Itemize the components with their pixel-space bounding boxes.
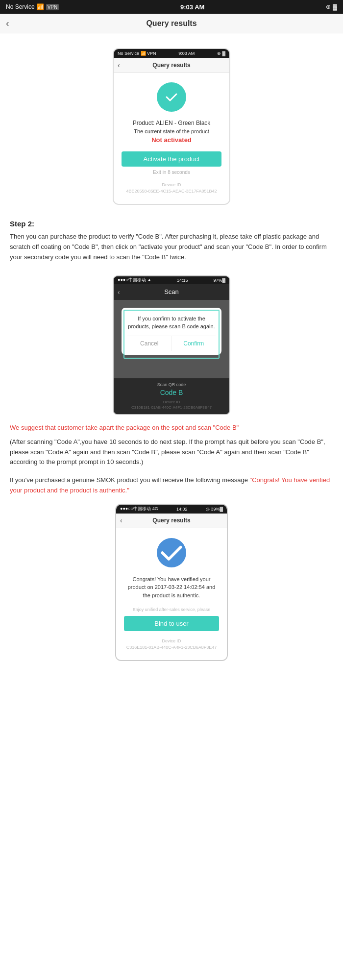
carrier-text: No Service [6,3,35,10]
scan-device-id: Device ID C316E181-01AB-440C-A4F1-23CB6A… [118,399,225,410]
after-sales-label: Enjoy unified after-sales service, pleas… [124,607,219,612]
checkmark-blue-icon [157,538,186,567]
step2-title: Step 2: [10,220,333,228]
first-phone-title: Query results [152,62,190,69]
status-bar-time: 9:03 AM [180,3,204,11]
scan-status-right: 97%▓ [213,278,225,283]
second-phone-time: 14:02 [176,507,188,512]
second-phone-carrier: ●●●○○中国移动 4G [120,506,158,512]
scan-qr-label: Scan QR code [118,382,225,387]
scan-status-left: ●●●○中国移动 ▲ [118,277,151,283]
first-phone-nav: ‹ Query results [114,58,229,73]
checkmark-icon [164,89,179,105]
step2-body: Then you can purchase the product to ver… [10,232,333,262]
first-phone-back[interactable]: ‹ [118,61,120,69]
battery-icon: ▓ [333,3,337,10]
location-icon: ⊕ [326,3,331,10]
red-suggestion: We suggest that customer take apart the … [0,423,343,433]
scan-status-time: 14:15 [177,278,188,283]
first-phone-carrier: No Service 📶 VPN [118,51,156,56]
second-query-frame: ●●●○○中国移动 4G 14:02 ◎ 39%▓ ‹ Query result… [115,504,228,662]
product-state-label: The current state of the product [122,128,221,134]
second-device-id-value: C316E181-01AB-440C-A4F1-23CB6A8F3E47 [126,645,217,650]
nav-bar: ‹ Query results [0,14,343,33]
product-name: Product: ALIEN - Green Black [122,120,221,126]
genuine-text: If you've purchased a genuine SMOK produ… [0,475,343,496]
vpn-badge: VPN [46,4,59,10]
check-circle-green [157,82,186,112]
congrats-message: Congrats! You have verified your product… [124,575,219,600]
scan-qr-frame [123,310,220,359]
bind-to-user-button[interactable]: Bind to user [124,616,219,631]
scan-back-button[interactable]: ‹ [118,288,120,296]
second-device-id: Device ID C316E181-01AB-440C-A4F1-23CB6A… [124,638,219,650]
step2-section: Step 2: Then you can purchase the produc… [0,210,343,275]
genuine-prefix: If you've purchased a genuine SMOK produ… [10,476,250,484]
device-id-value: 4BE20558-85EE-4C15-AEAC-3E17FA051B42 [126,189,217,194]
scan-device-id-label: Device ID [163,400,180,404]
not-activated-status: Not activated [122,136,221,144]
scan-bottom: Scan QR code Code B Device ID C316E181-0… [114,378,229,414]
second-phone-nav: ‹ Query results [116,514,227,528]
wifi-icon: 📶 [37,3,44,10]
scan-phone-frame: ●●●○中国移动 ▲ 14:15 97%▓ ‹ Scan If you conf… [113,275,230,415]
scan-viewport: If you confirm to activate the products,… [114,300,229,378]
scan-phone-status: ●●●○中国移动 ▲ 14:15 97%▓ [114,276,229,284]
nav-title: Query results [146,19,196,28]
first-phone-status: No Service 📶 VPN 9:03 AM ⊕ ▓ [114,49,229,58]
scan-device-id-value: C316E181-01AB-440C-A4F1-23CB6A8F3E47 [131,405,212,410]
top-status-bar: No Service 📶 VPN 9:03 AM ⊕ ▓ [0,0,343,14]
first-phone-time: 9:03 AM [178,51,195,56]
scan-nav: ‹ Scan [114,284,229,300]
scan-code-b-label: Code B [118,389,225,396]
scan-nav-title: Scan [164,288,179,295]
back-button[interactable]: ‹ [6,18,9,29]
black-suggestion: (After scanning "Code A",you have 10 sec… [0,437,343,467]
check-circle-blue [157,538,186,567]
device-id-label: Device ID [162,182,181,187]
second-phone-status: ●●●○○中国移动 4G 14:02 ◎ 39%▓ [116,505,227,514]
status-bar-left: No Service 📶 VPN [6,3,59,10]
status-bar-right: ⊕ ▓ [326,3,337,10]
first-phone-battery: ⊕ ▓ [217,51,225,56]
exit-countdown: Exit in 8 seconds [122,170,221,175]
first-query-body: Product: ALIEN - Green Black The current… [114,73,229,204]
activate-product-button[interactable]: Activate the product [122,151,221,167]
second-device-id-label: Device ID [162,638,181,643]
first-query-frame: No Service 📶 VPN 9:03 AM ⊕ ▓ ‹ Query res… [113,48,230,205]
second-query-body: Congrats! You have verified your product… [116,528,227,661]
second-phone-battery: ◎ 39%▓ [206,507,223,512]
second-phone-back[interactable]: ‹ [120,516,122,524]
second-phone-title: Query results [152,517,190,524]
device-id-section: Device ID 4BE20558-85EE-4C15-AEAC-3E17FA… [122,182,221,194]
congrats-text: Congrats! You have verified your product… [128,576,216,598]
